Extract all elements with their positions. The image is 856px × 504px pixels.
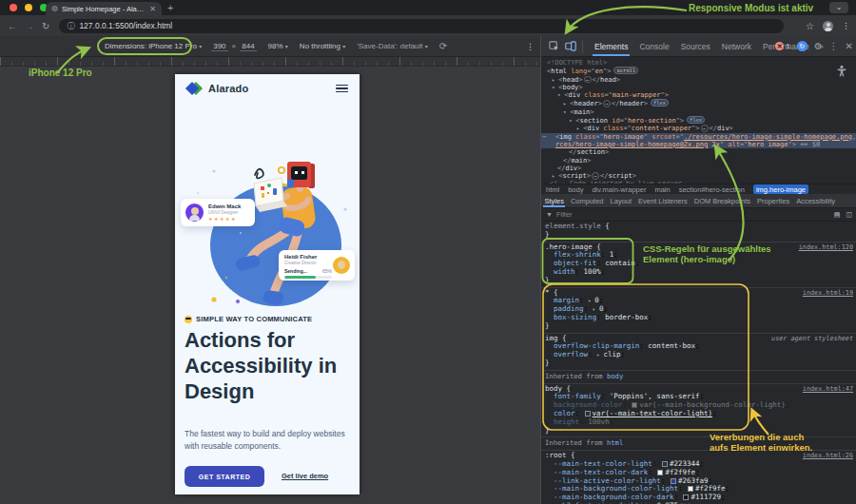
url-field[interactable]: ⓘ 127.0.0.1:5500/index.html (59, 19, 784, 33)
bookmark-star-icon[interactable]: ☆ (806, 21, 814, 31)
devtools-tab-network[interactable]: Network (716, 36, 757, 56)
dom-tree-node[interactable]: ▸ <header>…</header>flex (541, 99, 856, 107)
panel-tab-layout[interactable]: Layout (607, 194, 635, 207)
css-rule[interactable]: index.html:26:root {--main-text-color-li… (541, 451, 856, 504)
panel-tab-properties[interactable]: Properties (753, 194, 792, 207)
dom-tree-node[interactable]: ▾ <section id="hero-section">flex (541, 116, 856, 125)
computed-sidebar-toggle-icon[interactable]: ◫ (846, 211, 852, 219)
css-rule[interactable]: index.html:47body {font-family: 'Poppins… (541, 384, 856, 438)
dom-tree-node[interactable]: <!DOCTYPE html> (541, 59, 856, 67)
live-demo-link[interactable]: Get live demo (282, 472, 328, 480)
device-toolbar-toggle-icon[interactable] (565, 41, 576, 51)
throttling-dropdown[interactable]: No throttling ▾ (300, 42, 345, 50)
dom-tree-node[interactable]: ▸ <head>…</head> (541, 76, 856, 84)
styles-filter-input[interactable]: Filter (556, 210, 834, 219)
dom-tree-node[interactable]: ▸ <div class="content-wrapper">…</div> (541, 125, 856, 132)
panel-tab-computed[interactable]: Computed (567, 194, 607, 207)
device-dimensions-dropdown[interactable]: Dimensions: iPhone 12 Pro ▾ (105, 42, 202, 50)
panel-tab-event-listeners[interactable]: Event Listeners (635, 194, 691, 207)
rotate-device-icon[interactable]: ⟳ (439, 41, 447, 51)
dom-tree-node[interactable]: ▾ <body> (541, 84, 856, 91)
grid-toggle-icon[interactable]: ▤ (834, 211, 841, 219)
source-location-link[interactable]: index.html:120 (799, 243, 853, 252)
node-token: section (576, 148, 605, 156)
color-swatch[interactable] (688, 486, 693, 492)
source-location-link[interactable]: index.html:19 (803, 289, 853, 298)
save-data-dropdown[interactable]: 'Save-Data': default ▾ (357, 42, 428, 50)
profile-avatar[interactable] (823, 21, 833, 31)
error-badge[interactable]: ✕1 (775, 42, 789, 50)
color-swatch[interactable] (632, 402, 637, 408)
devtools-settings-icon[interactable]: ⚙ (814, 41, 823, 51)
dom-tree-node[interactable]: ▸ <script>…</script> (541, 172, 856, 180)
panel-tab-accessibility[interactable]: Accessibility (793, 194, 839, 207)
panel-tab-dom-breakpoints[interactable]: DOM Breakpoints (691, 194, 753, 207)
devtools-close-icon[interactable]: ✕ (846, 41, 853, 51)
color-swatch[interactable] (671, 478, 676, 484)
css-declaration[interactable]: height: 100vh; (545, 418, 853, 427)
dom-tree-node[interactable]: </section> (541, 148, 856, 156)
color-swatch[interactable] (683, 494, 689, 500)
window-controls[interactable] (10, 4, 48, 11)
minimize-window-button[interactable] (25, 4, 32, 11)
node-token: header (619, 100, 643, 107)
dom-tree-node[interactable]: ▾ <div class="main-wrapper"> (541, 91, 856, 99)
css-declaration[interactable]: width: 100%; (545, 268, 853, 277)
breadcrumb-item[interactable]: main (654, 185, 670, 194)
back-icon[interactable]: ← (8, 21, 17, 31)
inspect-element-icon[interactable] (549, 41, 559, 51)
sidebar-panel-tabs: StylesComputedLayoutEvent ListenersDOM B… (541, 194, 856, 208)
breadcrumb-item[interactable]: section#hero-section (679, 185, 745, 194)
tab-close-icon[interactable]: ✕ (149, 5, 156, 13)
css-rule[interactable]: index.html:120.hero-image {flex-shrink: … (541, 242, 856, 288)
extension-icon[interactable]: ↻ (797, 41, 807, 51)
dom-tree-node[interactable]: ▾ <main> (541, 108, 856, 116)
site-logo[interactable]: Alarado (186, 81, 248, 96)
browser-tab[interactable]: ◍ Simple Homepage - Alarado ✕ (46, 2, 162, 15)
breadcrumb-item[interactable]: html (546, 185, 559, 194)
forward-icon[interactable]: → (25, 21, 34, 31)
device-toolbar-more-icon[interactable]: ⋮ (526, 42, 535, 51)
expand-shorthand-icon[interactable]: ▸ (593, 305, 599, 312)
reload-icon[interactable]: ↻ (42, 21, 49, 31)
get-started-button[interactable]: GET STARTED (185, 466, 264, 487)
css-declaration[interactable]: background-color: var(--main-background-… (545, 401, 853, 410)
breadcrumb-item[interactable]: img.hero-image (753, 184, 808, 194)
css-declaration[interactable]: box-sizing: border-box; (545, 314, 853, 322)
hamburger-menu-icon[interactable] (336, 83, 348, 95)
dom-tree-node[interactable]: ⋯<img class="hero-image" srcset="./resou… (541, 133, 856, 141)
panel-tab-styles[interactable]: Styles (541, 194, 567, 207)
css-rule[interactable]: element.style {} (541, 222, 856, 242)
tab-search-button[interactable]: ⌄ (829, 2, 848, 13)
color-swatch[interactable] (657, 470, 663, 475)
breadcrumb-item[interactable]: div.main-wrapper (592, 185, 646, 194)
dom-tree-node[interactable]: <html lang="en">scroll (541, 67, 856, 75)
viewport-width-input[interactable]: 390 (211, 42, 227, 51)
source-location-link[interactable]: index.html:26 (803, 452, 853, 460)
dom-tree-node[interactable]: </main> (541, 157, 856, 165)
breadcrumb-item[interactable]: body (568, 185, 583, 194)
new-tab-button[interactable]: + (167, 2, 173, 13)
source-location-link[interactable]: index.html:47 (803, 385, 853, 394)
viewport-height-input[interactable]: 844 (240, 42, 256, 51)
css-rule[interactable]: index.html:19* {margin: ▸ 0;padding: ▸ 0… (541, 288, 856, 334)
color-swatch[interactable] (662, 461, 668, 467)
node-actions-icon[interactable]: ⋯ (542, 133, 546, 141)
node-token: > (616, 76, 620, 84)
css-rule[interactable]: user agent stylesheetimg {overflow-clip-… (541, 334, 856, 371)
inherited-from-link[interactable]: html (607, 438, 623, 447)
color-swatch[interactable] (585, 411, 591, 417)
devtools-tab-console[interactable]: Console (633, 36, 674, 56)
inherited-from-link[interactable]: body (607, 372, 623, 380)
devtools-tab-sources[interactable]: Sources (675, 36, 716, 56)
devtools-tab-elements[interactable]: Elements (589, 36, 633, 56)
site-info-icon[interactable]: ⓘ (67, 21, 74, 31)
zoom-dropdown[interactable]: 98% ▾ (268, 42, 288, 50)
close-window-button[interactable] (10, 4, 17, 11)
css-declaration[interactable]: overflow: ▸ clip; (545, 351, 853, 359)
devtools-menu-icon[interactable]: ⋮ (829, 41, 839, 51)
node-token: "> (676, 117, 684, 125)
browser-menu-icon[interactable]: ⋮ (842, 21, 850, 30)
dom-tree-node[interactable]: rces/hero-image-simple-homepage@2x.png 2… (541, 141, 856, 148)
dom-tree-node[interactable]: </div> (541, 165, 856, 172)
